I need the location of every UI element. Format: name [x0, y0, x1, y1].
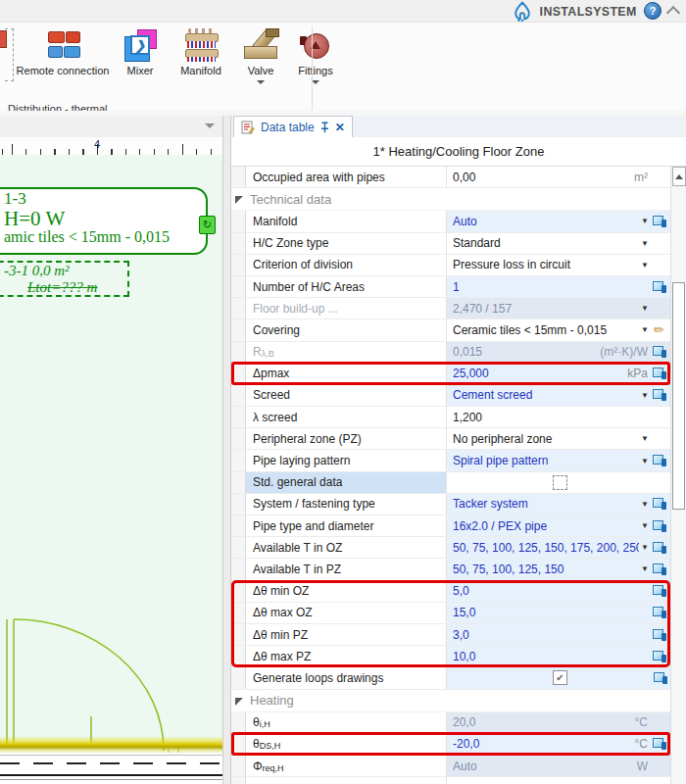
data-table-tab-icon	[241, 121, 255, 134]
table-row[interactable]: Occupied area with pipes 0,00m²	[231, 167, 670, 188]
scroll-up-button[interactable]	[672, 167, 686, 186]
dropdown-arrow-icon[interactable]: ▼	[639, 543, 651, 552]
help-button[interactable]: ?	[644, 2, 662, 20]
drawing-panel: 4 1-3 H=0 W amic tiles < 15mm - 0,015 ↻ …	[0, 116, 222, 784]
value-cell[interactable]: 0,00m²	[447, 167, 670, 187]
wall-line	[0, 736, 222, 754]
valve-button[interactable]: Valve	[235, 26, 286, 86]
table-row-partial	[231, 777, 670, 784]
monitor-icon[interactable]	[653, 455, 666, 466]
instalsystem-logo-icon	[513, 1, 532, 22]
tab-strip: Data table ✕	[231, 116, 686, 138]
monitor-icon[interactable]	[653, 564, 666, 575]
collapse-triangle-icon	[235, 196, 243, 204]
monitor-icon[interactable]	[653, 216, 666, 227]
monitor-icon[interactable]	[654, 672, 667, 684]
cad-canvas[interactable]: 1-3 H=0 W amic tiles < 15mm - 0,015 ↻ -3…	[0, 155, 222, 784]
dropdown-arrow-icon[interactable]: ▼	[639, 239, 651, 248]
table-row[interactable]: Δθ max OZ 15,0	[231, 603, 670, 624]
table-row[interactable]: Δθ max PZ 10,0	[231, 646, 670, 667]
table-row[interactable]: θi,H 20,0°C	[231, 712, 670, 734]
remote-connection-button[interactable]: Remote connection	[12, 26, 114, 79]
collapse-ribbon-icon[interactable]	[666, 5, 680, 19]
dropdown-arrow-icon[interactable]: ▼	[639, 217, 651, 225]
monitor-icon[interactable]	[653, 651, 666, 662]
section-heating[interactable]: Heating	[231, 690, 670, 712]
dropdown-arrow-icon[interactable]: ▼	[639, 325, 651, 334]
monitor-icon[interactable]	[653, 281, 666, 293]
table-row[interactable]: Criterion of division Pressure loss in c…	[231, 255, 670, 276]
panel-collapse-icon[interactable]	[205, 123, 215, 128]
mixer-button[interactable]: ❯ Mixer	[114, 26, 167, 79]
horizontal-ruler: 4	[0, 137, 222, 156]
brand-name: INSTALSYSTEM	[539, 4, 636, 19]
dropdown-arrow-icon[interactable]: ▼	[639, 521, 651, 530]
table-row[interactable]: Generate loops drawings ✔	[231, 667, 670, 689]
fittings-dropdown-icon[interactable]	[312, 80, 319, 84]
monitor-icon[interactable]	[653, 346, 666, 358]
table-row[interactable]: Pipe laying pattern Spiral pipe pattern▼	[231, 450, 670, 471]
table-row[interactable]: H/C Zone type Standard▼	[231, 233, 670, 255]
valve-dropdown-icon[interactable]	[257, 80, 265, 84]
dropdown-arrow-icon[interactable]: ▼	[639, 261, 651, 270]
manifold-button[interactable]: Manifold	[167, 26, 235, 79]
dropdown-arrow-icon[interactable]: ▼	[639, 564, 651, 573]
table-row-theta-ds-highlighted[interactable]: θDS,H -20,0°C	[231, 734, 670, 756]
monitor-icon[interactable]	[653, 738, 666, 750]
fittings-icon	[299, 28, 332, 62]
table-row[interactable]: λ screed 1,200	[231, 407, 670, 428]
table-row-dpmax-highlighted[interactable]: Δpmax 25,000kPa	[231, 364, 670, 385]
table-row[interactable]: Covering Ceramic tiles < 15mm - 0,015▼✏	[231, 319, 670, 341]
valve-icon	[244, 28, 277, 62]
table-row[interactable]: Peripheral zone (PZ) No peripheral zone▼	[231, 428, 670, 450]
scrollbar-thumb[interactable]	[672, 282, 685, 510]
ribbon: Remote connection ❯ Mixer Manifold Valve…	[0, 23, 686, 112]
vertical-scrollbar[interactable]	[670, 167, 686, 784]
door-arc-drawing	[0, 155, 222, 784]
table-row[interactable]: System / fastening type Tacker system▼	[231, 494, 670, 515]
table-row[interactable]: Φreq,H AutoW	[231, 756, 670, 777]
table-row[interactable]: Rλ,B 0,015(m²·K)/W	[231, 342, 670, 364]
table-row[interactable]: Available T in OZ 50, 75, 100, 125, 150,…	[231, 537, 670, 559]
panel-splitter[interactable]	[222, 116, 231, 784]
dropdown-arrow-icon[interactable]: ▼	[639, 500, 651, 509]
dropdown-arrow-icon[interactable]: ▼	[639, 457, 651, 466]
table-row[interactable]: Manifold Auto▼	[231, 211, 670, 232]
table-row[interactable]: Δθ min PZ 3,0	[231, 624, 670, 646]
section-technical-data[interactable]: Technical data	[231, 188, 670, 211]
selection-title: 1* Heating/Cooling Floor Zone	[231, 137, 686, 167]
edit-pencil-icon[interactable]: ✏	[654, 323, 664, 336]
title-bar: INSTALSYSTEM ?	[0, 0, 686, 23]
table-row[interactable]: Screed Cement screed▼	[231, 385, 670, 407]
fittings-button[interactable]: Fittings	[286, 26, 345, 86]
wall-section-drawing	[0, 753, 222, 784]
mixer-icon: ❯	[123, 28, 157, 62]
dropdown-arrow-icon[interactable]: ▼	[639, 391, 651, 400]
brand-area: INSTALSYSTEM ?	[513, 1, 682, 21]
table-row[interactable]: Pipe type and diameter 16x2.0 / PEX pipe…	[231, 515, 670, 537]
monitor-icon[interactable]	[653, 498, 666, 510]
table-row[interactable]: Floor build-up ... 2,470 / 157▼	[231, 298, 670, 319]
close-icon[interactable]: ✕	[335, 122, 345, 133]
monitor-icon[interactable]	[653, 629, 666, 641]
dropdown-arrow-icon[interactable]: ▼	[639, 434, 651, 443]
instalsystem-window: INSTALSYSTEM ? Remote connection ❯ Mixer…	[0, 0, 686, 784]
table-row-std-general-data[interactable]: Std. general data	[231, 472, 670, 494]
dropdown-arrow-icon[interactable]: ▼	[639, 304, 651, 313]
tab-data-table[interactable]: Data table ✕	[233, 116, 353, 138]
drawing-panel-header	[0, 116, 222, 138]
checkbox-checked[interactable]: ✔	[553, 670, 567, 685]
monitor-icon[interactable]	[653, 520, 666, 532]
property-table: Occupied area with pipes 0,00m² Technica…	[231, 167, 670, 784]
monitor-icon[interactable]	[653, 368, 666, 379]
table-row[interactable]: Number of H/C Areas 1	[231, 276, 670, 298]
monitor-icon[interactable]	[653, 585, 666, 597]
table-row[interactable]: Available T in PZ 50, 75, 100, 125, 150▼	[231, 559, 670, 580]
monitor-icon[interactable]	[653, 389, 666, 401]
table-row[interactable]: Δθ min OZ 5,0	[231, 581, 670, 603]
checkbox-empty[interactable]	[553, 475, 567, 490]
collapse-triangle-icon	[235, 698, 243, 706]
monitor-icon[interactable]	[653, 607, 666, 618]
pin-icon[interactable]	[320, 122, 329, 133]
monitor-icon[interactable]	[653, 542, 666, 554]
